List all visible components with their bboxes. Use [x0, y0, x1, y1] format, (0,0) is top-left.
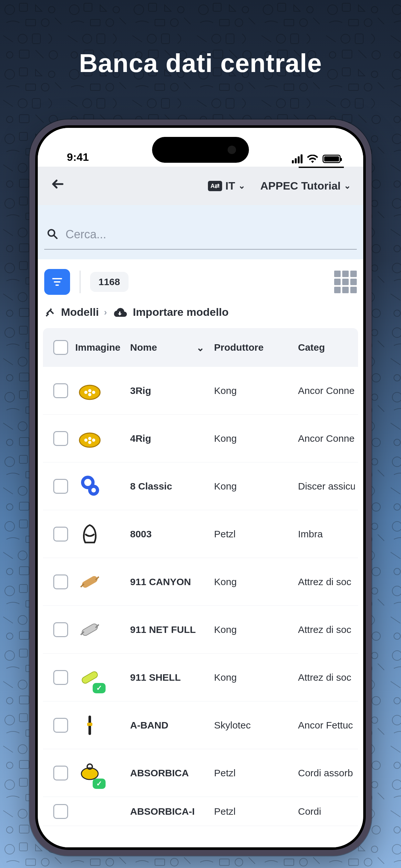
toolbar: 1168	[38, 259, 363, 301]
row-checkbox[interactable]	[53, 575, 68, 589]
table-row[interactable]: A-BANDSkylotecAncor Fettuc	[43, 702, 358, 749]
cell-manufacturer: Petzl	[214, 768, 298, 779]
svg-line-1	[54, 235, 57, 238]
cell-category: Attrez di soc	[298, 624, 355, 635]
row-checkbox[interactable]	[53, 527, 68, 541]
cell-category: Cordi assorb	[298, 768, 355, 779]
product-thumbnail	[75, 615, 104, 644]
cell-manufacturer: Kong	[214, 624, 298, 635]
row-checkbox[interactable]	[53, 718, 68, 733]
row-checkbox[interactable]	[53, 383, 68, 398]
cell-manufacturer: Petzl	[214, 806, 298, 817]
marketing-title: Banca dati centrale	[0, 49, 401, 78]
cell-category: Imbra	[298, 529, 355, 539]
row-checkbox[interactable]	[53, 804, 68, 819]
verified-badge-icon: ✓	[93, 683, 105, 693]
select-all-checkbox[interactable]	[53, 340, 68, 355]
product-thumbnail	[75, 567, 104, 596]
product-thumbnail: ✓	[75, 758, 104, 787]
cell-category: Attrez di soc	[298, 672, 355, 683]
app-header: A⇄ IT ⌄ APPEC Tutorial ⌄	[38, 166, 363, 205]
table-header: Immagine Nome ⌄ Produttore Categ	[43, 328, 358, 367]
cell-category: Ancor Conne	[298, 433, 355, 444]
language-selector[interactable]: A⇄ IT ⌄	[205, 178, 248, 194]
cell-manufacturer: Kong	[214, 577, 298, 587]
cell-name: 911 SHELL	[130, 672, 214, 683]
product-thumbnail	[75, 797, 104, 826]
grid-view-toggle[interactable]	[334, 271, 357, 293]
table-row[interactable]: 4RigKongAncor Conne	[43, 414, 358, 462]
chevron-down-icon: ⌄	[238, 181, 245, 191]
search-area	[38, 205, 363, 259]
product-thumbnail	[75, 424, 104, 453]
table-row[interactable]: ABSORBICA-IPetzlCordi	[43, 797, 358, 826]
table-row[interactable]: 8003PetzlImbra	[43, 510, 358, 558]
wifi-icon	[307, 155, 318, 163]
cell-category: Ancor Fettuc	[298, 720, 355, 731]
cloud-download-icon	[112, 306, 127, 318]
cell-manufacturer: Petzl	[214, 529, 298, 539]
translate-icon: A⇄	[208, 181, 222, 191]
cell-manufacturer: Kong	[214, 481, 298, 492]
cell-category: Attrez di soc	[298, 577, 355, 587]
cell-name: 4Rig	[130, 433, 214, 444]
back-button[interactable]	[48, 176, 68, 196]
product-thumbnail	[75, 520, 104, 549]
row-checkbox[interactable]	[53, 479, 68, 494]
column-name-label: Nome	[130, 342, 157, 353]
column-manufacturer: Produttore	[214, 342, 298, 353]
chevron-down-icon: ⌄	[344, 181, 351, 191]
tenant-label: APPEC Tutorial	[260, 180, 341, 192]
cell-name: 8003	[130, 529, 214, 539]
search-input[interactable]	[66, 228, 354, 241]
chevron-down-icon: ⌄	[196, 342, 204, 353]
cell-name: 3Rig	[130, 385, 214, 396]
cell-manufacturer: Kong	[214, 433, 298, 444]
column-name-sort[interactable]: Nome ⌄	[130, 342, 214, 353]
table-row[interactable]: 911 CANYONKongAttrez di soc	[43, 558, 358, 606]
cell-name: A-BAND	[130, 720, 214, 731]
row-checkbox[interactable]	[53, 766, 68, 780]
cell-name: 911 NET FULL	[130, 624, 214, 635]
row-checkbox[interactable]	[53, 670, 68, 685]
table-row[interactable]: 3RigKongAncor Conne	[43, 367, 358, 414]
hammer-icon	[44, 306, 56, 318]
cell-category: Discer assicu	[298, 481, 355, 492]
table-row[interactable]: ✓ABSORBICAPetzlCordi assorb	[43, 749, 358, 797]
verified-badge-icon: ✓	[93, 779, 105, 789]
cell-manufacturer: Skylotec	[214, 720, 298, 731]
app-screen: 9:41 A⇄	[38, 128, 363, 847]
chevron-right-icon: ›	[104, 307, 107, 317]
cell-manufacturer: Kong	[214, 385, 298, 396]
product-thumbnail	[75, 711, 104, 740]
cell-name: ABSORBICA	[130, 768, 214, 779]
product-thumbnail	[75, 472, 104, 501]
table-row[interactable]: ✓911 SHELLKongAttrez di soc	[43, 654, 358, 702]
breadcrumb: Modelli › Importare modello	[38, 301, 363, 328]
breadcrumb-root[interactable]: Modelli	[61, 306, 99, 318]
filter-button[interactable]	[44, 269, 70, 295]
cell-name: 8 Classic	[130, 481, 214, 492]
divider	[80, 271, 81, 293]
battery-icon	[322, 155, 341, 163]
row-checkbox[interactable]	[53, 622, 68, 637]
breadcrumb-current: Importare modello	[133, 306, 228, 318]
cell-category: Ancor Conne	[298, 385, 355, 396]
status-time: 9:41	[57, 151, 89, 163]
cell-name: ABSORBICA-I	[130, 806, 214, 817]
product-thumbnail	[75, 376, 104, 405]
row-checkbox[interactable]	[53, 431, 68, 446]
column-image: Immagine	[75, 342, 130, 353]
dynamic-island	[152, 137, 249, 163]
status-underline	[299, 166, 344, 168]
cell-manufacturer: Kong	[214, 672, 298, 683]
result-count: 1168	[90, 272, 128, 292]
cell-category: Cordi	[298, 806, 355, 817]
table-row[interactable]: 8 ClassicKongDiscer assicu	[43, 462, 358, 510]
cell-name: 911 CANYON	[130, 577, 214, 587]
product-thumbnail: ✓	[75, 663, 104, 692]
language-label: IT	[225, 180, 235, 192]
table-row[interactable]: 911 NET FULLKongAttrez di soc	[43, 606, 358, 654]
phone-frame: 9:41 A⇄	[29, 120, 372, 856]
tenant-selector[interactable]: APPEC Tutorial ⌄	[258, 178, 353, 194]
